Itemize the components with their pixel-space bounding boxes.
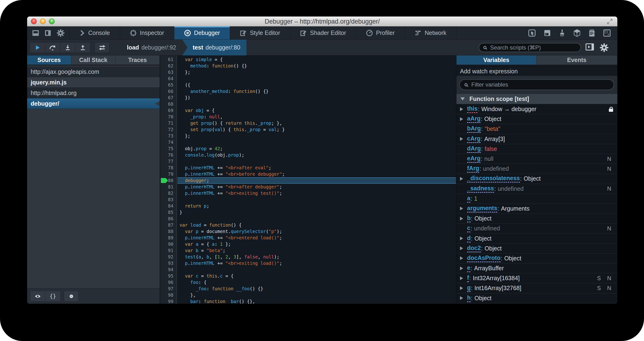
variable-row[interactable]: _sadness:undefinedN (456, 184, 617, 194)
line-number[interactable]: 78 (160, 164, 176, 171)
variable-row[interactable]: _disconsolateness:Object (456, 174, 617, 184)
line-number[interactable]: 66 (160, 88, 176, 94)
line-number[interactable]: 82 (160, 190, 176, 196)
line-number[interactable]: 88 (160, 228, 176, 235)
line-number[interactable]: 79 (160, 171, 176, 177)
expand-arrow-icon[interactable] (460, 276, 463, 280)
expand-icon[interactable] (607, 19, 613, 24)
expand-arrow-icon[interactable] (460, 266, 463, 270)
line-number[interactable]: 61 (160, 56, 176, 63)
line-number[interactable]: 84 (160, 203, 176, 209)
variable-row[interactable]: fArg:undefinedN (456, 164, 617, 174)
expand-arrow-icon[interactable] (460, 137, 463, 141)
variable-row[interactable]: cArg:Array[3] (456, 134, 617, 144)
source-item[interactable]: debugger/ (27, 98, 160, 109)
variable-row[interactable]: d:Object (456, 234, 617, 243)
tab-debugger[interactable]: Debugger (174, 26, 230, 40)
tab-network[interactable]: Network (405, 26, 456, 40)
line-number[interactable]: 76 (160, 152, 176, 158)
dock-bottom-button-icon[interactable] (32, 30, 39, 36)
expand-arrow-icon[interactable] (460, 217, 463, 220)
line-number[interactable]: 85 (160, 209, 176, 216)
line-number[interactable]: 81 (160, 184, 176, 190)
variable-row[interactable]: this:Window → debugger (456, 104, 617, 114)
line-number[interactable]: 77 (160, 158, 176, 164)
line-number[interactable]: 90 (160, 241, 176, 248)
tab-console[interactable]: Console (70, 26, 120, 40)
scratchpad-button[interactable] (588, 29, 595, 37)
variable-row[interactable]: dArg:false (456, 144, 617, 154)
pick-element-button[interactable] (528, 29, 536, 37)
tab-style-editor[interactable]: Style Editor (230, 26, 290, 40)
line-number[interactable]: 70 (160, 114, 176, 120)
scope-header[interactable]: Function scope [test] (456, 94, 617, 104)
line-number[interactable]: 91 (160, 248, 176, 254)
debugger-options-gear-icon[interactable] (600, 44, 608, 52)
expand-arrow-icon[interactable] (460, 177, 463, 181)
breadcrumb-frame-test[interactable]: test debugger/:80 (182, 40, 246, 56)
sidebar-tab-call-stack[interactable]: Call Stack (71, 56, 115, 64)
expand-arrow-icon[interactable] (460, 206, 463, 210)
variable-row[interactable]: e:ArrayBuffer (456, 264, 617, 273)
blackbox-eye-button[interactable] (30, 291, 45, 302)
breadcrumb-frame-load[interactable]: load debugger/:92 (121, 40, 182, 56)
tab-shader-editor[interactable]: Shader Editor (290, 26, 356, 40)
expand-arrow-icon[interactable] (460, 107, 463, 111)
variable-row[interactable]: arguments:Arguments (456, 204, 617, 214)
line-number[interactable]: 87 (160, 222, 176, 228)
tab-events[interactable]: Events (536, 56, 617, 64)
line-number[interactable]: 72 (160, 126, 176, 133)
toolbox-options-button-icon[interactable] (57, 29, 64, 37)
paintbrush-button[interactable] (559, 29, 566, 37)
source-item[interactable]: jquery.min.js (27, 77, 160, 88)
variable-row[interactable]: bArg:"beta" (456, 124, 617, 134)
line-number[interactable]: 97 (160, 286, 176, 292)
expand-arrow-icon[interactable] (460, 117, 463, 121)
variable-row[interactable]: doc2:Object (456, 244, 617, 254)
toggle-panel-button[interactable] (586, 44, 594, 50)
line-number[interactable]: 99 (160, 298, 176, 304)
line-number[interactable]: 65 (160, 82, 176, 88)
line-number[interactable]: 92 (160, 254, 176, 260)
line-number[interactable]: 93 (160, 260, 176, 266)
variable-row[interactable]: a:1 (456, 194, 617, 204)
toggle-black-boxing-button[interactable] (94, 42, 110, 53)
line-number[interactable]: 83 (160, 196, 176, 203)
variable-row[interactable]: eArg:nullN (456, 154, 617, 164)
sidebar-tab-sources[interactable]: Sources (27, 56, 71, 64)
line-number[interactable]: 89 (160, 235, 176, 241)
pretty-print-button[interactable]: {} (45, 291, 60, 302)
variable-row[interactable]: aArg:Object (456, 114, 617, 124)
expand-arrow-icon[interactable] (460, 246, 463, 250)
step-over-button[interactable] (45, 42, 60, 52)
source-item[interactable]: http://htmlpad.org (27, 88, 160, 98)
add-watch-expression[interactable]: Add watch expression (456, 66, 617, 76)
search-scripts-input[interactable] (490, 44, 576, 51)
expand-arrow-icon[interactable] (460, 286, 463, 290)
line-number[interactable]: 73 (160, 133, 176, 139)
line-number[interactable]: 86 (160, 216, 176, 222)
line-number[interactable]: 94 (160, 266, 176, 273)
line-number[interactable]: 62 (160, 63, 176, 69)
tab-inspector[interactable]: Inspector (120, 26, 174, 40)
dock-side-button-icon[interactable] (45, 30, 51, 36)
tab-variables[interactable]: Variables (456, 56, 536, 64)
line-number[interactable]: 95 (160, 273, 176, 279)
line-number[interactable]: 71 (160, 120, 176, 126)
variable-row[interactable]: h:Object (456, 293, 617, 303)
variable-row[interactable]: f:Int32Array[16384]S N (456, 273, 617, 283)
line-number[interactable]: 98 (160, 292, 176, 298)
pause-on-exceptions-button[interactable] (64, 291, 78, 302)
expand-arrow-icon[interactable] (460, 296, 463, 300)
line-number[interactable]: 64 (160, 76, 176, 82)
expand-arrow-icon[interactable] (460, 256, 463, 260)
variable-row[interactable]: b:Object (456, 214, 617, 224)
resume-button[interactable] (30, 42, 45, 52)
tab-profiler[interactable]: Profiler (356, 26, 405, 40)
line-number[interactable]: 68 (160, 101, 176, 107)
step-in-button[interactable] (60, 42, 75, 52)
line-number[interactable]: 63 (160, 69, 176, 76)
line-number[interactable]: 74 (160, 139, 176, 146)
responsive-mode-button[interactable] (603, 29, 611, 37)
sidebar-tab-traces[interactable]: Traces (116, 56, 160, 64)
